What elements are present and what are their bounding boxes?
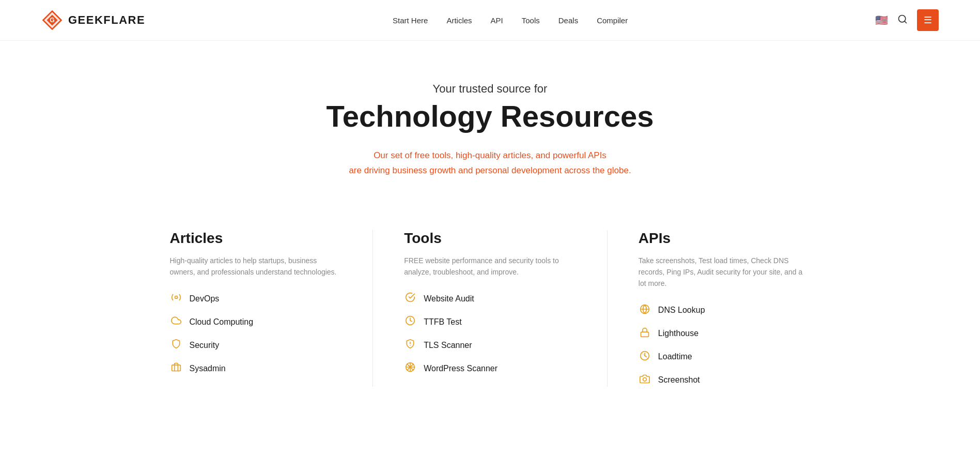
tls-scanner-icon bbox=[404, 339, 416, 352]
menu-button[interactable]: ☰ bbox=[917, 9, 939, 31]
articles-list: DevOps Cloud Computing Security bbox=[170, 292, 342, 375]
list-item[interactable]: Screenshot bbox=[639, 374, 811, 387]
search-icon[interactable] bbox=[897, 14, 908, 27]
tools-title: Tools bbox=[404, 230, 576, 247]
sysadmin-icon bbox=[170, 362, 182, 375]
svg-text:G: G bbox=[50, 17, 55, 24]
svg-point-16 bbox=[643, 377, 647, 381]
svg-line-5 bbox=[905, 21, 907, 23]
website-audit-label: Website Audit bbox=[424, 294, 474, 303]
devops-label: DevOps bbox=[190, 294, 220, 303]
list-item[interactable]: Cloud Computing bbox=[170, 315, 342, 328]
nav-start-here[interactable]: Start Here bbox=[393, 16, 428, 25]
tools-description: FREE website performance and security to… bbox=[404, 255, 576, 278]
language-flag-icon[interactable]: 🇺🇸 bbox=[875, 14, 888, 26]
hero-title: Technology Resources bbox=[10, 100, 970, 133]
sysadmin-label: Sysadmin bbox=[190, 364, 226, 373]
devops-icon bbox=[170, 292, 182, 305]
apis-title: APIs bbox=[639, 230, 811, 247]
loadtime-label: Loadtime bbox=[658, 352, 692, 361]
list-item[interactable]: Sysadmin bbox=[170, 362, 342, 375]
hero-section: Your trusted source for Technology Resou… bbox=[0, 41, 980, 209]
articles-column: Articles High-quality articles to help s… bbox=[170, 230, 342, 387]
website-audit-icon bbox=[404, 292, 416, 305]
logo-text: GEEKFLARE bbox=[68, 13, 145, 27]
list-item[interactable]: DevOps bbox=[170, 292, 342, 305]
tools-list: Website Audit TTFB Test bbox=[404, 292, 576, 375]
list-item[interactable]: TLS Scanner bbox=[404, 339, 576, 352]
hamburger-icon: ☰ bbox=[924, 14, 932, 26]
security-icon bbox=[170, 339, 182, 352]
nav-tools[interactable]: Tools bbox=[522, 16, 540, 25]
list-item[interactable]: WordPress Scanner bbox=[404, 362, 576, 375]
hero-desc-line2: are driving business growth and personal… bbox=[349, 165, 631, 175]
ttfb-icon bbox=[404, 315, 416, 328]
cloud-computing-icon bbox=[170, 315, 182, 328]
logo-icon: G bbox=[41, 9, 63, 31]
articles-title: Articles bbox=[170, 230, 342, 247]
cloud-computing-label: Cloud Computing bbox=[190, 317, 254, 327]
list-item[interactable]: Security bbox=[170, 339, 342, 352]
lighthouse-icon bbox=[639, 327, 651, 340]
screenshot-label: Screenshot bbox=[658, 375, 700, 385]
tls-scanner-label: TLS Scanner bbox=[424, 341, 472, 350]
security-label: Security bbox=[190, 341, 220, 350]
list-item[interactable]: TTFB Test bbox=[404, 315, 576, 328]
list-item[interactable]: Website Audit bbox=[404, 292, 576, 305]
divider-1 bbox=[372, 230, 373, 387]
dns-lookup-label: DNS Lookup bbox=[658, 306, 705, 315]
nav-articles[interactable]: Articles bbox=[446, 16, 472, 25]
loadtime-icon bbox=[639, 351, 651, 363]
svg-rect-7 bbox=[172, 365, 180, 371]
hero-subtitle: Your trusted source for bbox=[10, 82, 970, 96]
wordpress-scanner-icon bbox=[404, 362, 416, 375]
apis-description: Take screenshots, Test load times, Check… bbox=[639, 255, 811, 290]
nav-right: 🇺🇸 ☰ bbox=[875, 9, 939, 31]
wordpress-scanner-label: WordPress Scanner bbox=[424, 364, 497, 373]
logo-area[interactable]: G GEEKFLARE bbox=[41, 9, 145, 31]
site-header: G GEEKFLARE Start Here Articles API Tool… bbox=[0, 0, 980, 41]
list-item[interactable]: Loadtime bbox=[639, 351, 811, 363]
lighthouse-label: Lighthouse bbox=[658, 329, 698, 338]
ttfb-label: TTFB Test bbox=[424, 317, 462, 327]
nav-deals[interactable]: Deals bbox=[558, 16, 578, 25]
columns-section: Articles High-quality articles to help s… bbox=[129, 209, 852, 418]
list-item[interactable]: Lighthouse bbox=[639, 327, 811, 340]
main-nav: Start Here Articles API Tools Deals Comp… bbox=[393, 16, 628, 25]
list-item[interactable]: DNS Lookup bbox=[639, 304, 811, 317]
articles-description: High-quality articles to help startups, … bbox=[170, 255, 342, 278]
hero-description: Our set of free tools, high-quality arti… bbox=[340, 148, 640, 178]
nav-api[interactable]: API bbox=[491, 16, 503, 25]
svg-rect-14 bbox=[641, 332, 648, 337]
hero-desc-line1: Our set of free tools, high-quality arti… bbox=[374, 150, 606, 160]
dns-lookup-icon bbox=[639, 304, 651, 317]
screenshot-icon bbox=[639, 374, 651, 387]
divider-2 bbox=[607, 230, 608, 387]
nav-compiler[interactable]: Compiler bbox=[597, 16, 628, 25]
apis-column: APIs Take screenshots, Test load times, … bbox=[639, 230, 811, 387]
tools-column: Tools FREE website performance and secur… bbox=[404, 230, 576, 387]
apis-list: DNS Lookup Lighthouse bbox=[639, 304, 811, 387]
